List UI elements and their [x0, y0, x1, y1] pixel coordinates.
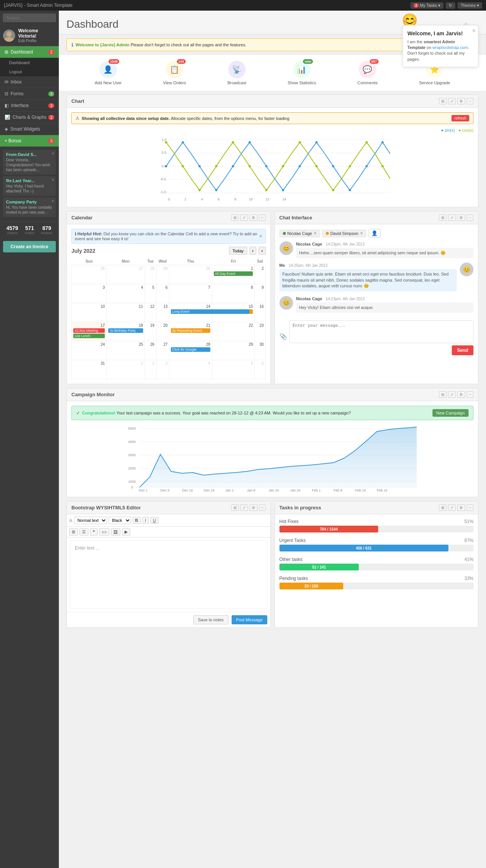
calendar-action-table[interactable]: ⊞ [231, 214, 239, 221]
table-row[interactable]: 5 [145, 284, 156, 303]
calendar-action-settings[interactable]: ⚙ [249, 214, 257, 221]
chat-input[interactable] [289, 320, 474, 343]
sidebar-item-interface[interactable]: ◧ Interface 3 [0, 100, 59, 112]
chart-action-settings[interactable]: ⚙ [457, 98, 465, 104]
sidebar-item-inbox[interactable]: ✉ Inbox [0, 76, 59, 88]
campaign-action-expand[interactable]: ⤢ [448, 391, 456, 398]
chat-tab-david[interactable]: David Simpson ✕ [322, 230, 366, 237]
image-button[interactable]: 🖼 [111, 528, 120, 536]
sidebar-item-bonus[interactable]: + Bonus 3 [0, 135, 59, 147]
table-row[interactable]: 6 [156, 284, 169, 303]
message-item[interactable]: ✕ From:David S... Dear Victoria, Congrat… [3, 150, 56, 175]
table-row[interactable]: 29 [212, 341, 255, 360]
campaign-action-settings[interactable]: ⚙ [457, 391, 465, 398]
table-row[interactable]: 28 [145, 265, 156, 284]
table-row[interactable]: 10 [72, 303, 107, 322]
table-row[interactable]: 24 [72, 341, 107, 360]
table-row[interactable]: 27 [107, 265, 145, 284]
table-row[interactable]: 30 [255, 341, 265, 360]
themes-button[interactable]: Themes ▾ [458, 2, 482, 9]
chart-action-table[interactable]: ⊞ [439, 98, 447, 104]
sidebar-item-charts[interactable]: 📊 Charts & Graphs 2 [0, 112, 59, 123]
campaign-action-close[interactable]: − [467, 391, 473, 398]
tasks-action-settings[interactable]: ⚙ [457, 504, 465, 511]
campaign-action-table[interactable]: ⊞ [439, 391, 447, 398]
table-row[interactable]: 27 [156, 341, 169, 360]
table-row[interactable]: 4 [169, 360, 212, 379]
widget-statistics[interactable]: 📊 new Show Statistics [288, 61, 316, 85]
table-row[interactable]: 6 [255, 360, 265, 379]
calendar-today-button[interactable]: Today [229, 247, 247, 255]
refresh-button[interactable]: ↻ [446, 2, 455, 9]
widget-view-orders[interactable]: 📋 246 View Orders [163, 61, 186, 85]
editor-body[interactable]: Enter text ... [70, 540, 267, 609]
calendar-action-expand[interactable]: ⤢ [240, 214, 248, 221]
table-row[interactable]: 9 [255, 284, 265, 303]
tasks-action-table[interactable]: ⊞ [439, 504, 447, 511]
chat-add-user-button[interactable]: 👤 [369, 229, 380, 238]
editor-action-expand[interactable]: ⤢ [240, 504, 248, 511]
tasks-action-close[interactable]: − [467, 504, 473, 511]
table-row[interactable]: 20 [156, 322, 169, 341]
table-row[interactable]: 2 [145, 360, 156, 379]
table-row[interactable]: 8 [212, 284, 255, 303]
table-row[interactable]: 2 [255, 265, 265, 284]
blockquote-button[interactable]: ❝ [90, 528, 98, 536]
italic-button[interactable]: I [142, 517, 149, 524]
chat-action-expand[interactable]: ⤢ [448, 214, 456, 221]
chat-tab-nicolas[interactable]: Nicolas Cage ✕ [279, 230, 320, 237]
table-row[interactable]: 26 [145, 341, 156, 360]
widget-add-user[interactable]: 👤 1548 Add New User [95, 61, 122, 85]
chart-action-close[interactable]: − [467, 98, 473, 104]
table-row[interactable]: 22 [212, 322, 255, 341]
chart-action-expand[interactable]: ⤢ [448, 98, 456, 104]
color-select[interactable]: Black White Red [109, 517, 131, 524]
table-row[interactable]: 29 [156, 265, 169, 284]
close-icon[interactable]: ✕ [259, 234, 262, 239]
table-row[interactable]: 11 [107, 303, 145, 322]
table-row[interactable]: 13 [156, 303, 169, 322]
attachment-icon[interactable]: 📎 [279, 333, 287, 343]
bold-button[interactable]: B [133, 517, 141, 524]
create-invoice-button[interactable]: Create an Invoice [3, 241, 56, 252]
widget-comments[interactable]: 💬 657 Comments [357, 61, 377, 85]
close-icon[interactable]: ✕ [51, 151, 54, 156]
table-row[interactable]: 7 [169, 284, 212, 303]
table-row[interactable]: 23 [255, 322, 265, 341]
chat-send-button[interactable]: Send [452, 345, 473, 355]
format-select[interactable]: Normal text Heading 1 Heading 2 [74, 517, 107, 524]
search-input[interactable] [3, 14, 56, 22]
calendar-action-close[interactable]: − [259, 214, 266, 221]
table-row[interactable]: 19 [145, 322, 156, 341]
table-row[interactable]: 12 [145, 303, 156, 322]
close-icon[interactable]: ✕ [51, 178, 54, 182]
code-button[interactable]: <> [99, 528, 109, 536]
table-view-button[interactable]: ⊞ [69, 528, 78, 536]
underline-button[interactable]: U [150, 517, 159, 524]
editor-action-table[interactable]: ⊞ [231, 504, 239, 511]
calendar-next-button[interactable]: › [259, 247, 265, 255]
table-row[interactable]: 1 All Day Event [212, 265, 255, 284]
chat-action-table[interactable]: ⊞ [439, 214, 447, 221]
chat-action-settings[interactable]: ⚙ [457, 214, 465, 221]
post-message-button[interactable]: Post Message [232, 615, 267, 624]
table-row[interactable]: 28 Click for Google [169, 341, 212, 360]
table-row[interactable]: 26 [72, 265, 107, 284]
calendar-prev-button[interactable]: ‹ [249, 247, 256, 255]
close-icon[interactable]: ✕ [360, 231, 363, 235]
tasks-action-expand[interactable]: ⤢ [448, 504, 456, 511]
new-campaign-button[interactable]: New Campaign [432, 409, 469, 417]
list-button[interactable]: ☰ [79, 528, 88, 536]
editor-action-settings[interactable]: ⚙ [249, 504, 257, 511]
close-icon[interactable]: ✕ [314, 231, 317, 235]
table-row[interactable]: 3 [72, 284, 107, 303]
table-row[interactable]: 31 [72, 360, 107, 379]
chat-action-close[interactable]: − [467, 214, 473, 221]
table-row[interactable]: 18 7p Birthday Party [107, 322, 145, 341]
editor-action-close[interactable]: − [259, 504, 266, 511]
table-row[interactable]: 14 Long Event [169, 303, 212, 322]
save-notes-button[interactable]: Save to notes [193, 615, 229, 624]
close-icon[interactable]: ✕ [472, 28, 476, 34]
sidebar-subnav-item-dashboard[interactable]: Dashboard [0, 58, 59, 67]
table-row[interactable]: 5 [212, 360, 255, 379]
